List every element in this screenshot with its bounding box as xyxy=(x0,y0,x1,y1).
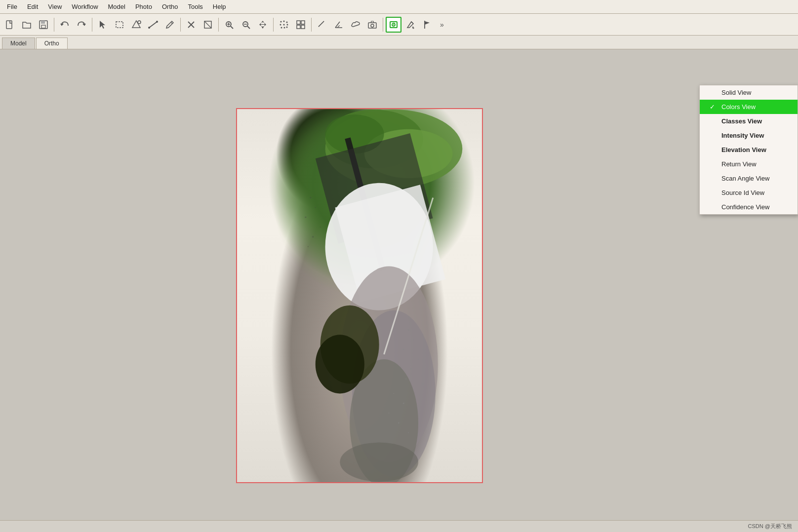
solid-view-item[interactable]: Solid View xyxy=(700,85,798,100)
svg-point-31 xyxy=(284,27,285,28)
menu-edit[interactable]: Edit xyxy=(22,2,43,11)
svg-point-47 xyxy=(393,24,394,25)
rect-select-button[interactable] xyxy=(112,17,127,33)
undo-button[interactable] xyxy=(57,17,73,33)
select-button[interactable] xyxy=(95,17,111,33)
menu-photo[interactable]: Photo xyxy=(130,2,157,11)
statusbar: CSDN @天桥飞熊 xyxy=(0,520,798,532)
sep4 xyxy=(218,18,219,32)
svg-point-73 xyxy=(413,339,414,340)
menu-view[interactable]: View xyxy=(43,2,67,11)
pointcloud-svg xyxy=(237,109,482,482)
measure-button[interactable] xyxy=(314,17,330,33)
paint-button[interactable] xyxy=(402,17,418,33)
camera-button[interactable] xyxy=(364,17,380,33)
svg-rect-3 xyxy=(41,25,45,28)
svg-point-77 xyxy=(405,379,406,380)
svg-point-69 xyxy=(320,227,321,228)
svg-line-39 xyxy=(321,23,322,24)
svg-point-32 xyxy=(286,26,288,28)
viewport-frame xyxy=(236,108,483,483)
svg-point-67 xyxy=(315,207,316,208)
return-view-item[interactable]: Return View xyxy=(700,157,798,171)
menu-workflow[interactable]: Workflow xyxy=(67,2,103,11)
grid-view-button[interactable] xyxy=(293,17,309,33)
3dview-button[interactable] xyxy=(386,17,401,33)
colors-view-label: Colors View xyxy=(721,103,756,111)
svg-line-40 xyxy=(323,21,324,22)
svg-line-21 xyxy=(247,26,250,29)
scan-angle-view-label: Scan Angle View xyxy=(721,175,769,182)
sep6 xyxy=(311,18,312,32)
more-button[interactable]: » xyxy=(436,17,452,33)
sep3 xyxy=(180,18,181,32)
svg-line-11 xyxy=(171,22,172,24)
points-view-button[interactable] xyxy=(276,17,292,33)
scan-angle-view-item[interactable]: Scan Angle View xyxy=(700,171,798,186)
svg-point-80 xyxy=(403,403,404,404)
menu-model[interactable]: Model xyxy=(103,2,130,11)
pan-button[interactable] xyxy=(255,17,271,33)
elevation-view-item[interactable]: Elevation View xyxy=(700,143,798,157)
menu-tools[interactable]: Tools xyxy=(183,2,207,11)
svg-point-83 xyxy=(408,432,409,433)
menu-file[interactable]: File xyxy=(2,2,22,11)
svg-line-17 xyxy=(231,26,233,29)
zoom-out-button[interactable] xyxy=(238,17,254,33)
menu-help[interactable]: Help xyxy=(208,2,231,11)
open-button[interactable] xyxy=(19,17,35,33)
angle-button[interactable] xyxy=(331,17,347,33)
svg-point-44 xyxy=(371,24,374,27)
intensity-view-label: Intensity View xyxy=(721,132,764,139)
flag-button[interactable] xyxy=(419,17,435,33)
svg-line-8 xyxy=(149,22,157,28)
svg-line-38 xyxy=(320,24,321,25)
colors-view-item[interactable]: ✓ Colors View xyxy=(700,100,798,114)
svg-point-63 xyxy=(316,335,364,393)
statusbar-text: CSDN @天桥飞熊 xyxy=(748,523,792,530)
svg-point-66 xyxy=(310,197,311,198)
svg-point-30 xyxy=(281,27,282,28)
tab-model[interactable]: Model xyxy=(2,38,35,49)
tab-ortho[interactable]: Ortho xyxy=(36,38,68,49)
pencil-button[interactable] xyxy=(162,17,178,33)
svg-rect-34 xyxy=(301,21,305,24)
svg-point-70 xyxy=(312,236,314,237)
sep5 xyxy=(273,18,274,32)
save-button[interactable] xyxy=(36,17,51,33)
zoom-in-button[interactable] xyxy=(221,17,237,33)
intensity-view-item[interactable]: Intensity View xyxy=(700,128,798,143)
cut-button[interactable] xyxy=(200,17,216,33)
source-id-view-item[interactable]: Source Id View xyxy=(700,186,798,200)
svg-rect-33 xyxy=(297,21,300,24)
redo-button[interactable] xyxy=(74,17,89,33)
tabbar: Model Ortho xyxy=(0,36,798,49)
delete-button[interactable] xyxy=(183,17,199,33)
svg-point-68 xyxy=(305,217,306,218)
svg-point-64 xyxy=(340,443,418,482)
svg-point-72 xyxy=(408,329,409,331)
svg-point-9 xyxy=(148,27,150,29)
line-button[interactable] xyxy=(145,17,161,33)
classes-view-item[interactable]: Classes View xyxy=(700,114,798,128)
cloud-button[interactable] xyxy=(348,17,363,33)
svg-marker-4 xyxy=(100,21,105,29)
view-dropdown-menu: Solid View ✓ Colors View Classes View In… xyxy=(699,85,798,215)
svg-marker-6 xyxy=(132,21,140,28)
shape-button[interactable] xyxy=(128,17,144,33)
svg-point-75 xyxy=(418,359,419,360)
new-button[interactable] xyxy=(2,17,18,33)
sep7 xyxy=(383,18,383,32)
classes-view-label: Classes View xyxy=(721,117,762,125)
menubar: File Edit View Workflow Model Photo Orth… xyxy=(0,0,798,14)
svg-point-10 xyxy=(156,21,158,23)
menu-ortho[interactable]: Ortho xyxy=(157,2,183,11)
svg-line-15 xyxy=(204,21,211,28)
pointcloud-visualization xyxy=(237,109,482,482)
svg-point-7 xyxy=(138,21,141,24)
svg-point-26 xyxy=(286,21,288,23)
confidence-view-item[interactable]: Confidence View xyxy=(700,200,798,214)
solid-view-label: Solid View xyxy=(721,89,751,96)
confidence-view-label: Confidence View xyxy=(721,203,769,211)
svg-point-74 xyxy=(403,349,404,350)
